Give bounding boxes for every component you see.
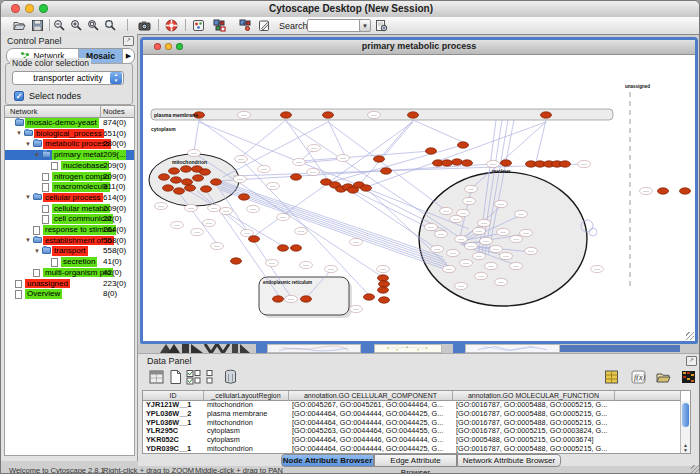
network-node-selected-red[interactable] (680, 188, 691, 194)
network-node-selected-red[interactable] (301, 296, 312, 302)
network-node[interactable] (258, 165, 271, 172)
table-cell[interactable]: [GO:0045267, GO:0045261, GO:0044464, G..… (289, 401, 453, 410)
network-node[interactable] (350, 305, 363, 312)
network-node-selected-red[interactable] (273, 296, 284, 302)
network-node-selected-red[interactable] (193, 175, 204, 181)
tree-row-label[interactable]: nucleobase- (61, 161, 109, 171)
network-node[interactable] (185, 204, 198, 211)
expand-arrow-icon[interactable]: ▼ (34, 152, 40, 158)
table-column-header[interactable]: ID (143, 391, 204, 401)
table-cell[interactable]: YJR121W__1 (143, 401, 204, 410)
table-cell[interactable]: [GO:0044464, GO:0044444, GO:0044425, G..… (289, 410, 453, 419)
tree-row[interactable]: cell communicat22(0) (5, 214, 134, 225)
network-node[interactable] (443, 265, 456, 272)
network-node[interactable] (208, 204, 221, 211)
network-node-selected-red[interactable] (361, 185, 372, 191)
table-cell[interactable]: [GO:0005488, GO:0005215, GO:0003674] (453, 436, 615, 445)
network-node[interactable] (455, 282, 468, 289)
network-node[interactable] (266, 259, 279, 266)
network-node[interactable] (525, 247, 538, 254)
network-node-selected-red[interactable] (378, 287, 389, 293)
compartment-nucleus[interactable] (419, 172, 587, 306)
network-node-selected-red[interactable] (171, 177, 182, 183)
network-node[interactable] (490, 245, 503, 252)
network-node-selected-red[interactable] (169, 168, 180, 174)
network-node[interactable] (520, 229, 533, 236)
network-node[interactable] (325, 265, 338, 272)
network-node-selected-red[interactable] (278, 245, 289, 251)
network-node-selected-red[interactable] (378, 275, 389, 281)
open-session-icon[interactable] (13, 19, 26, 32)
table-cell[interactable]: [GO:0016787, GO:0005488, GO:0005215, G..… (453, 445, 615, 454)
create-attribute-icon[interactable] (168, 369, 183, 385)
network-node-selected-red[interactable] (426, 148, 437, 154)
network-node[interactable] (377, 265, 390, 272)
network-node[interactable] (510, 262, 523, 269)
tree-row-label[interactable]: biological_process (34, 129, 104, 139)
network-canvas[interactable]: plasma membranecytoplasmmitochondrionnuc… (143, 54, 695, 341)
expand-arrow-icon[interactable]: ▼ (25, 237, 31, 243)
tree-row[interactable]: mosaic-demo-yeast874(0) (5, 118, 134, 129)
tree-row-label[interactable]: cellular metabo (52, 204, 110, 214)
tree-row-label[interactable]: secretion (61, 257, 97, 267)
select-nodes-checkbox[interactable]: ✓ (14, 91, 24, 101)
save-session-icon[interactable] (31, 19, 44, 32)
search-config-icon[interactable] (375, 19, 388, 32)
tree-row[interactable]: cellular metabo209(0) (5, 203, 134, 214)
network-node[interactable] (480, 237, 493, 244)
table-cell[interactable]: YLR295C (143, 427, 204, 436)
network-overlay-icon-1[interactable] (213, 19, 226, 32)
network-node[interactable] (211, 242, 224, 249)
table-cell[interactable]: [GO:0044464, GO:0044446, GO:0044444, G..… (289, 436, 453, 445)
select-attributes-icon[interactable] (149, 369, 164, 385)
tree-row-label[interactable]: transport (52, 246, 88, 256)
network-node-selected-red[interactable] (281, 112, 292, 118)
network-node[interactable] (455, 235, 468, 242)
table-cell[interactable]: [GO:0016787, GO:0005488, GO:0005215, G..… (453, 410, 615, 419)
expand-arrow-icon[interactable]: ▼ (34, 248, 40, 254)
table-cell[interactable]: [GO:0016787, GO:0005488, GO:0005215, G..… (453, 419, 615, 428)
network-node[interactable] (495, 278, 508, 285)
hidden-window-edge[interactable] (361, 344, 374, 353)
network-node[interactable] (500, 252, 513, 259)
network-node[interactable] (510, 235, 523, 242)
tree-row[interactable]: nucleobase-209(0) (5, 160, 134, 171)
network-node[interactable] (293, 158, 306, 165)
network-node-selected-red[interactable] (185, 185, 196, 191)
network-node[interactable] (578, 160, 591, 167)
tree-row[interactable]: ▼establishment of lo558(0) (5, 235, 134, 246)
network-node[interactable] (235, 155, 248, 162)
tree-row[interactable]: ▼transport558(0) (5, 246, 134, 257)
dropdown-stepper-icon[interactable]: ▲▼ (110, 72, 122, 84)
zoom-out-icon[interactable] (53, 19, 66, 32)
network-node[interactable] (171, 221, 184, 228)
delete-attribute-icon[interactable] (223, 369, 238, 385)
network-node-selected-red[interactable] (182, 179, 193, 185)
network-node-selected-red[interactable] (174, 188, 185, 194)
network-node-selected-red[interactable] (323, 112, 334, 118)
table-cell[interactable]: YPL036W__2 (143, 410, 204, 419)
network-node-selected-red[interactable] (379, 281, 390, 287)
table-scrollbar[interactable]: ▲▼ (680, 401, 690, 453)
table-cell[interactable]: cytoplasm (204, 427, 289, 436)
tree-row[interactable]: macromolecule311(0) (5, 182, 134, 193)
network-node-selected-red[interactable] (200, 169, 211, 175)
tree-row-label[interactable]: cellular process (43, 193, 103, 203)
network-node-selected-red[interactable] (452, 159, 463, 165)
network-node-selected-red[interactable] (291, 245, 302, 251)
table-column-header[interactable]: annotation.GO MOLECULAR_FUNCTION (453, 391, 615, 401)
network-node[interactable] (435, 230, 448, 237)
tree-row[interactable]: ▼metabolic process280(0) (5, 139, 134, 150)
network-node[interactable] (515, 210, 528, 217)
tree-row[interactable]: ▼primary metabo209(... (5, 150, 134, 161)
network-node[interactable] (431, 245, 444, 252)
network-node[interactable] (238, 111, 251, 118)
tree-row[interactable]: Overview8(0) (5, 289, 134, 300)
network-node-selected-red[interactable] (501, 160, 512, 166)
window-resize-grip[interactable] (691, 465, 699, 473)
tree-row[interactable]: response to stimulu264(0) (5, 225, 134, 236)
network-node[interactable] (203, 219, 216, 226)
network-node[interactable] (300, 261, 313, 268)
network-node[interactable] (308, 144, 321, 151)
network-node[interactable] (450, 215, 463, 222)
